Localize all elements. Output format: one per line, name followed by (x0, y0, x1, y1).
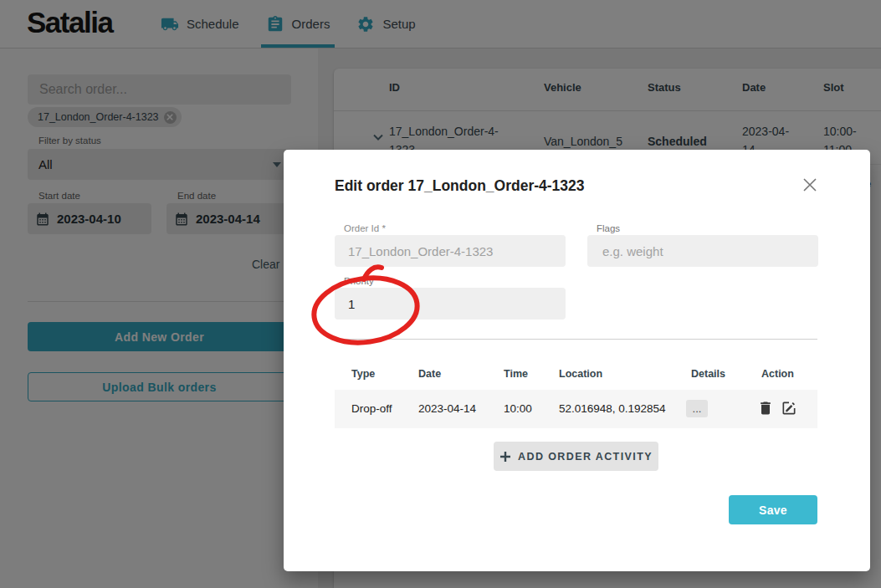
edit-icon[interactable] (781, 400, 797, 417)
edit-order-modal: Edit order 17_London_Order-4-1323 Order … (284, 150, 870, 571)
priority-label: Priority (344, 276, 374, 286)
order-id-label: Order Id * (344, 223, 386, 233)
app-root: Satalia Schedule Orders Setup 17_London_… (0, 0, 881, 588)
add-order-activity-button[interactable]: ADD ORDER ACTIVITY (494, 442, 658, 471)
order-id-value: 17_London_Order-4-1323 (348, 244, 493, 258)
activity-time: 10:00 (504, 402, 532, 415)
order-id-field[interactable]: 17_London_Order-4-1323 (335, 235, 566, 267)
close-icon[interactable] (801, 176, 819, 194)
act-col-type: Type (351, 368, 375, 380)
flags-field-wrap (587, 235, 818, 267)
act-col-location: Location (559, 368, 602, 380)
modal-title: Edit order 17_London_Order-4-1323 (335, 177, 585, 195)
activity-row: Drop-off 2023-04-14 10:00 52.016948, 0.1… (335, 390, 817, 428)
act-col-details: Details (691, 368, 725, 380)
act-col-time: Time (504, 368, 528, 380)
flags-label: Flags (597, 223, 620, 233)
activity-location: 52.016948, 0.192854 (559, 402, 666, 415)
activity-date: 2023-04-14 (418, 402, 476, 415)
act-col-action: Action (761, 368, 794, 380)
priority-value: 1 (348, 297, 355, 311)
save-button[interactable]: Save (729, 495, 817, 524)
flags-field[interactable] (601, 243, 818, 259)
priority-field[interactable]: 1 (335, 288, 566, 320)
add-order-activity-label: ADD ORDER ACTIVITY (518, 451, 653, 463)
activity-type: Drop-off (351, 402, 392, 415)
act-col-date: Date (418, 368, 441, 380)
modal-divider (335, 339, 817, 340)
plus-icon (499, 451, 511, 463)
activity-details-button[interactable]: ... (686, 400, 708, 417)
trash-icon[interactable] (757, 400, 774, 417)
